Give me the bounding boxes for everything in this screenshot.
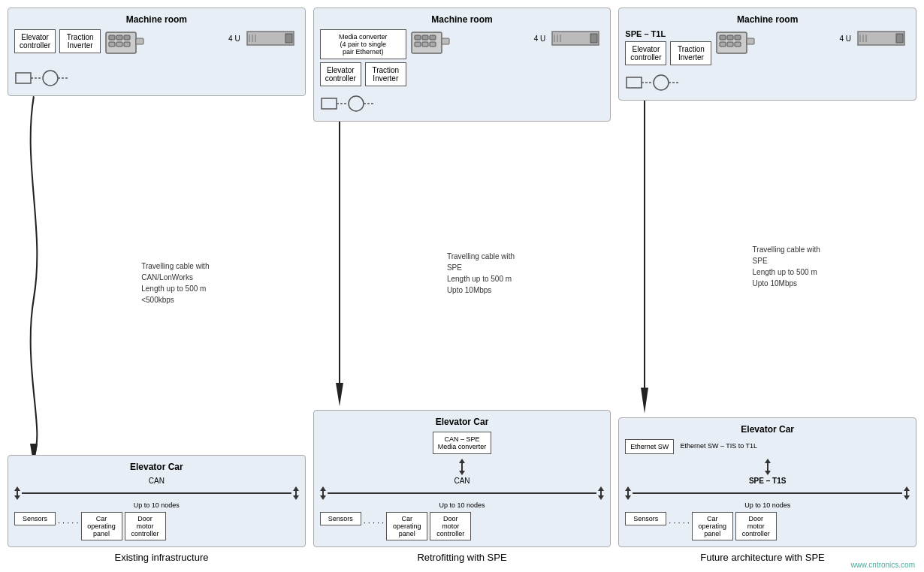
svg-marker-17 bbox=[30, 444, 38, 455]
svg-rect-5 bbox=[116, 42, 122, 47]
horiz-bus-3 bbox=[633, 492, 902, 494]
arrow-down-2r bbox=[598, 495, 604, 500]
bus-label-2: CAN bbox=[320, 477, 605, 485]
car-op-panel-2: Caroperatingpanel bbox=[386, 512, 427, 540]
left-col-3: SPE – T1L Elevatorcontroller TractionInv… bbox=[625, 29, 711, 65]
diagram-existing: Machine room Elevatorcontroller Traction… bbox=[8, 8, 306, 547]
car-inner-3: Ethernet SW Ethernet SW – TIS to T1L SP bbox=[625, 439, 910, 540]
room-top-row-2: Media converter(4 pair to singlepair Eth… bbox=[320, 29, 605, 86]
diagram-retrofitting: Machine room Media converter(4 pair to s… bbox=[313, 8, 611, 547]
svg-rect-4 bbox=[109, 42, 115, 47]
svg-rect-9 bbox=[285, 34, 292, 43]
elevator-controller-2: Elevatorcontroller bbox=[320, 62, 361, 86]
door-motor-1: Doormotorcontroller bbox=[125, 512, 166, 540]
caption-existing: Existing infrastructure bbox=[15, 552, 308, 563]
spe-t1l-label: SPE – T1L bbox=[625, 29, 711, 38]
elevator-car-label-3: Elevator Car bbox=[625, 424, 910, 435]
rack-svg-3 bbox=[857, 29, 910, 48]
arrow-down-1 bbox=[14, 495, 20, 500]
arrow-from-conv-2 bbox=[320, 459, 605, 475]
main-container: Machine room Elevatorcontroller Traction… bbox=[0, 0, 924, 572]
svg-rect-24 bbox=[430, 42, 436, 47]
svg-rect-13 bbox=[16, 73, 31, 83]
svg-rect-27 bbox=[590, 34, 597, 43]
diagrams-row: Machine room Elevatorcontroller Traction… bbox=[8, 8, 916, 547]
connector-svg-2 bbox=[320, 92, 380, 115]
up-to-10-1: Up to 10 nodes bbox=[14, 501, 299, 509]
connector-row-2 bbox=[320, 92, 605, 115]
media-converter-machine-2: Media converter(4 pair to singlepair Eth… bbox=[320, 29, 406, 59]
door-motor-2: Doormotorcontroller bbox=[430, 512, 471, 540]
svg-rect-41 bbox=[720, 42, 726, 47]
motor-icon-3 bbox=[715, 29, 760, 61]
svg-rect-42 bbox=[727, 42, 733, 47]
rack-svg-2 bbox=[551, 29, 604, 48]
travel-section-1: Travelling cable with CAN/LonWorks Lengt… bbox=[8, 96, 306, 455]
arrow-down-2l bbox=[320, 495, 326, 500]
machine-room-label-2: Machine room bbox=[320, 14, 605, 25]
captions-row: Existing infrastructure Retrofitting wit… bbox=[8, 547, 916, 564]
dots-2: · · · · · bbox=[364, 512, 385, 527]
machine-room-future: Machine room SPE – T1L Elevatorcontrolle… bbox=[618, 8, 916, 101]
travel-text-1: Travelling cable with CAN/LonWorks Lengt… bbox=[135, 257, 215, 309]
car-inner-2: CAN – SPEMedia converter CAN bbox=[320, 432, 605, 540]
svg-rect-40 bbox=[735, 35, 741, 40]
motor-icon-2 bbox=[410, 29, 455, 61]
travel-text-3: Travelling cable with SPE Length up to 5… bbox=[747, 241, 826, 292]
eth-sw-row-3: Ethernet SW Ethernet SW – TIS to T1L bbox=[625, 439, 910, 454]
svg-rect-46 bbox=[896, 34, 903, 43]
traction-inverter-2: TractionInverter bbox=[365, 62, 406, 86]
vert-arrows-1r bbox=[293, 486, 299, 500]
ethernet-sw-3: Ethernet SW bbox=[625, 439, 674, 454]
straight-arrow-3 bbox=[626, 101, 663, 417]
rack-svg-1 bbox=[246, 29, 299, 48]
svg-rect-1 bbox=[109, 35, 115, 40]
svg-rect-23 bbox=[422, 42, 428, 47]
door-motor-3: Doormotorcontroller bbox=[735, 512, 777, 540]
bus-label-3: SPE – T1S bbox=[625, 477, 910, 485]
room-top-row-3: SPE – T1L Elevatorcontroller TractionInv… bbox=[625, 29, 910, 65]
connector-svg-1 bbox=[14, 67, 74, 89]
car-op-panel-3: Caroperatingpanel bbox=[692, 512, 733, 540]
room-devices-2: Elevatorcontroller TractionInverter bbox=[320, 62, 406, 86]
nodes-row-2 bbox=[320, 486, 605, 500]
media-conv-car-row-2: CAN – SPEMedia converter bbox=[320, 432, 605, 454]
arrow-from-sw-3 bbox=[625, 459, 910, 475]
svg-rect-39 bbox=[727, 35, 733, 40]
svg-point-52 bbox=[654, 75, 669, 90]
svg-rect-50 bbox=[627, 77, 642, 88]
connector-row-3 bbox=[625, 71, 910, 94]
nodes-row-3 bbox=[625, 486, 910, 500]
arrow-down-3l bbox=[625, 495, 631, 500]
svg-rect-7 bbox=[136, 38, 143, 44]
diagram-future: Machine room SPE – T1L Elevatorcontrolle… bbox=[618, 8, 916, 547]
arrow-down-3r bbox=[904, 495, 910, 500]
rack-label-1: 4 U bbox=[228, 35, 240, 43]
sensors-box-1: Sensors bbox=[14, 512, 56, 525]
svg-rect-20 bbox=[422, 35, 428, 40]
travel-text-2: Travelling cable with SPE Length up to 5… bbox=[441, 248, 521, 299]
svg-rect-44 bbox=[747, 38, 754, 44]
vert-arrows-1 bbox=[14, 486, 20, 500]
arrow-down-conv-2 bbox=[459, 471, 465, 475]
svg-rect-38 bbox=[720, 35, 726, 40]
traction-inverter-1: TractionInverter bbox=[59, 29, 101, 53]
elevator-controller-1: Elevatorcontroller bbox=[14, 29, 56, 53]
svg-point-33 bbox=[349, 96, 364, 111]
node-boxes-3: Sensors · · · · · Caroperatingpanel Door… bbox=[625, 512, 910, 540]
room-right-3: 4 U bbox=[839, 29, 910, 48]
room-top-row-1: Elevatorcontroller TractionInverter bbox=[14, 29, 299, 61]
svg-marker-36 bbox=[336, 383, 343, 406]
car-op-panel-1: Caroperatingpanel bbox=[81, 512, 122, 540]
svg-rect-31 bbox=[322, 98, 337, 109]
dots-1: · · · · · bbox=[58, 512, 79, 527]
car-inner-1: CAN bbox=[14, 477, 299, 540]
travel-section-3: Travelling cable with SPE Length up to 5… bbox=[618, 101, 916, 417]
sensors-box-3: Sensors bbox=[625, 512, 666, 525]
horiz-bus-2 bbox=[328, 492, 597, 494]
svg-marker-55 bbox=[641, 387, 648, 413]
rack-label-3: 4 U bbox=[839, 35, 851, 43]
travel-section-2: Travelling cable with SPE Length up to 5… bbox=[313, 122, 611, 410]
machine-room-label-1: Machine room bbox=[14, 14, 299, 25]
arrow-down-sw-3 bbox=[765, 471, 771, 475]
